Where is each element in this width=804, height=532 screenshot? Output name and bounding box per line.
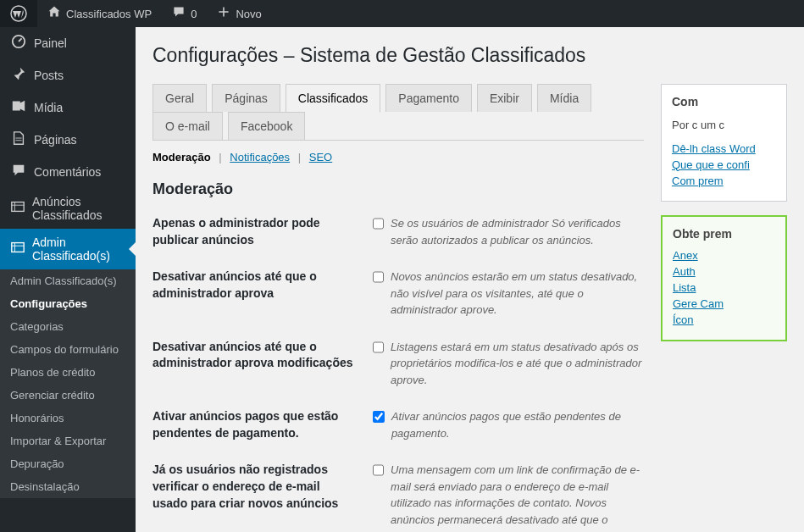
new-label: Novo xyxy=(236,8,261,20)
comment-count: 0 xyxy=(191,8,197,20)
wordpress-icon xyxy=(10,5,27,22)
comments-link[interactable]: 0 xyxy=(162,0,207,27)
admin-bar: Classificados WP 0 Novo xyxy=(0,0,804,27)
site-name: Classificados WP xyxy=(66,8,152,20)
new-content-link[interactable]: Novo xyxy=(207,0,271,27)
home-icon xyxy=(47,5,61,22)
plus-icon xyxy=(217,5,230,22)
comment-icon xyxy=(172,5,186,22)
wp-logo[interactable] xyxy=(0,0,37,27)
site-name-link[interactable]: Classificados WP xyxy=(37,0,162,27)
